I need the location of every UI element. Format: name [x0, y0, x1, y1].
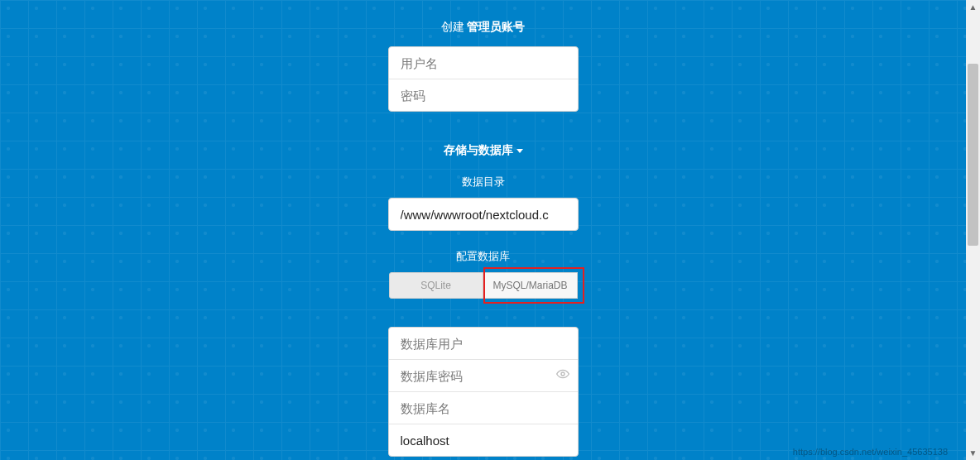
eye-icon[interactable] [556, 367, 569, 384]
browser-scrollbar[interactable]: ▲ ▼ [966, 0, 980, 460]
scrollbar-thumb[interactable] [968, 64, 978, 246]
setup-page: 创建 管理员账号 存储与数据库 数据目录 配置数据库 SQLite [0, 0, 966, 460]
tab-mysql[interactable]: MySQL/MariaDB [483, 272, 578, 299]
db-user-field[interactable] [389, 328, 578, 359]
data-dir-box [388, 198, 579, 231]
admin-heading: 创建 管理员账号 [441, 20, 526, 35]
db-type-tabs: SQLite MySQL/MariaDB [389, 272, 578, 299]
db-host-input[interactable] [399, 433, 568, 448]
db-password-field[interactable] [389, 359, 578, 391]
admin-password-input[interactable] [399, 88, 568, 103]
configure-db-label: 配置数据库 [456, 249, 510, 264]
scroll-up-arrow-icon[interactable]: ▲ [966, 0, 980, 14]
db-name-input[interactable] [399, 400, 568, 416]
admin-password-field[interactable] [389, 79, 578, 111]
db-host-field[interactable] [389, 424, 578, 456]
admin-heading-bold: 管理员账号 [467, 20, 525, 33]
svg-point-0 [561, 372, 564, 376]
storage-db-label: 存储与数据库 [444, 143, 513, 158]
scroll-down-arrow-icon[interactable]: ▼ [966, 446, 980, 460]
admin-credentials-box [388, 46, 579, 112]
admin-username-input[interactable] [399, 55, 568, 71]
tab-sqlite[interactable]: SQLite [389, 272, 483, 299]
scrollbar-track[interactable] [966, 14, 980, 446]
form-content: 创建 管理员账号 存储与数据库 数据目录 配置数据库 SQLite [0, 0, 966, 460]
caret-down-icon [516, 149, 523, 153]
data-dir-label: 数据目录 [462, 175, 505, 189]
data-dir-field[interactable] [389, 199, 578, 230]
data-dir-input[interactable] [399, 207, 568, 223]
admin-username-field[interactable] [389, 47, 578, 79]
db-connection-box [388, 327, 579, 457]
db-user-input[interactable] [399, 336, 568, 352]
admin-heading-prefix: 创建 [441, 20, 464, 33]
storage-db-toggle[interactable]: 存储与数据库 [444, 143, 523, 158]
db-name-field[interactable] [389, 391, 578, 424]
db-password-input[interactable] [399, 368, 568, 384]
